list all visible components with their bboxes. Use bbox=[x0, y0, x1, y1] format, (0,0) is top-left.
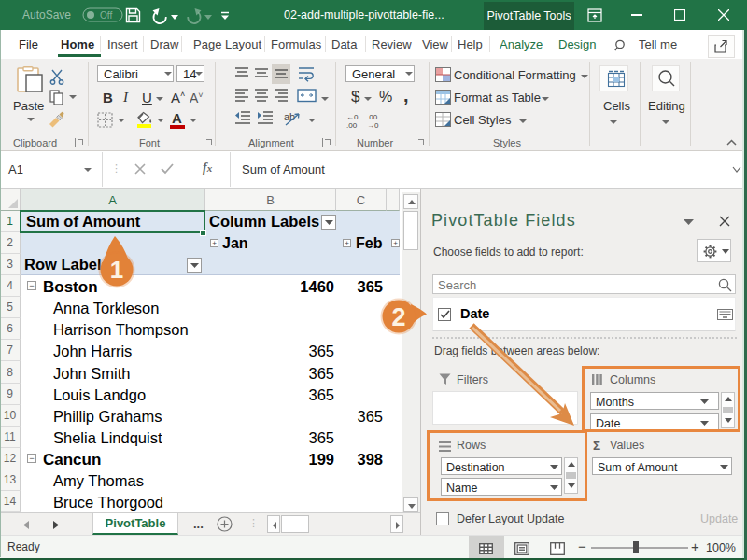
svg-text:.00: .00 bbox=[346, 121, 358, 129]
svg-text:.00: .00 bbox=[367, 113, 378, 121]
svg-text:ab: ab bbox=[284, 111, 295, 122]
svg-text:Off: Off bbox=[100, 10, 112, 21]
svg-text:→0: →0 bbox=[367, 121, 379, 129]
svg-text:←0: ←0 bbox=[346, 113, 359, 121]
